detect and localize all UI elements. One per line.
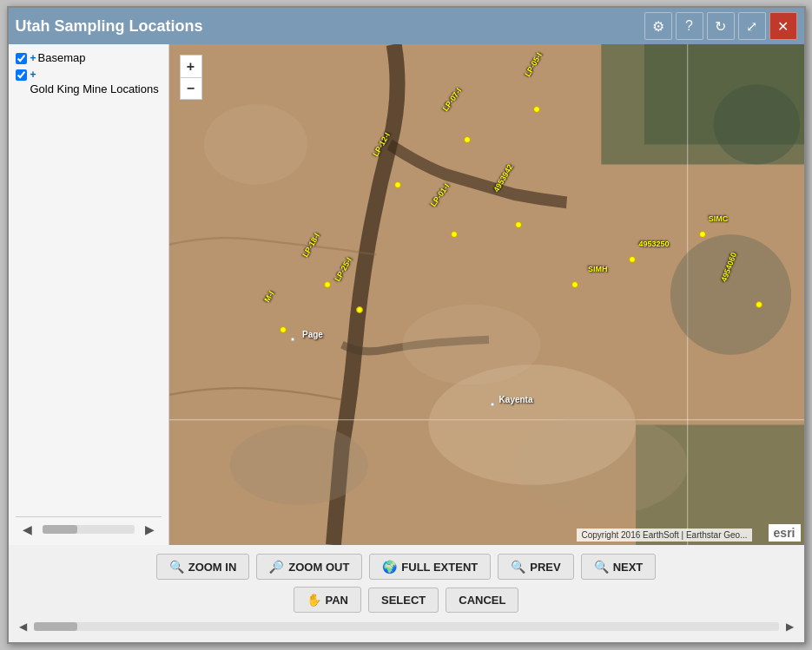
cancel-button[interactable]: CANCEL [446, 588, 518, 613]
zoom-in-map-button[interactable]: + [180, 55, 202, 77]
marker-lp05 [533, 106, 540, 113]
svg-point-8 [229, 425, 367, 505]
button-row-2: ✋ PAN SELECT CANCEL [294, 587, 519, 613]
sidebar-scroll-right[interactable]: ▶ [138, 521, 162, 538]
pan-label: PAN [326, 594, 348, 607]
basemap-checkbox[interactable] [16, 53, 27, 64]
marker-4953942 [515, 221, 522, 228]
refresh-button[interactable]: ↻ [707, 12, 735, 40]
marker-simh [571, 281, 578, 288]
bottom-scroll-right[interactable]: ▶ [782, 620, 797, 634]
prev-icon: 🔍 [511, 560, 525, 574]
zoom-in-label: ZOOM IN [188, 561, 237, 574]
cancel-label: CANCEL [459, 594, 505, 607]
marker-m1 [280, 326, 287, 333]
help-button[interactable]: ? [676, 12, 703, 40]
pan-icon: ✋ [307, 593, 321, 607]
marker-lp25 [356, 306, 363, 313]
button-row-1: 🔍 ZOOM IN 🔍 ZOOM OUT 🌍 FULL EXTENT 🔍 PRE… [156, 554, 657, 580]
zoom-out-button[interactable]: 🔍 ZOOM OUT [256, 554, 362, 580]
close-button[interactable]: ✕ [769, 12, 797, 40]
place-dot-kayenta [491, 403, 495, 407]
bottom-scrollbar-track [34, 622, 779, 631]
window-title: Utah Sampling Locations [16, 17, 203, 36]
select-button[interactable]: SELECT [368, 588, 439, 613]
sidebar-scrollbar-track [43, 525, 135, 534]
marker-lp01 [451, 231, 458, 238]
prev-button[interactable]: 🔍 PREV [498, 554, 573, 580]
zoom-out-icon: 🔍 [269, 560, 284, 574]
prev-label: PREV [530, 561, 560, 574]
zoom-out-map-button[interactable]: − [180, 77, 202, 100]
pan-button[interactable]: ✋ PAN [294, 587, 361, 613]
marker-lp18 [324, 281, 331, 288]
sidebar-item-basemap: + Basemap [16, 51, 162, 64]
marker-lp07 [464, 136, 471, 143]
svg-point-11 [428, 364, 636, 484]
expand-button[interactable]: ⤢ [738, 12, 766, 40]
next-label: NEXT [613, 561, 644, 574]
basemap-expand-icon[interactable]: + [30, 52, 36, 64]
esri-logo: esri [769, 524, 801, 542]
zoom-out-label: ZOOM OUT [288, 561, 349, 574]
svg-point-10 [713, 84, 799, 164]
full-extent-icon: 🌍 [382, 560, 397, 574]
place-label-page: Page [302, 330, 323, 339]
bottom-scroll-left[interactable]: ◀ [16, 620, 30, 634]
zoom-in-button[interactable]: 🔍 ZOOM IN [156, 554, 250, 580]
map-area[interactable]: + − LP-05-I LP-07-I LP-12-I LP-01-I 4953… [169, 44, 804, 545]
sidebar-scrollbar-thumb[interactable] [43, 525, 77, 534]
next-button[interactable]: 🔍 NEXT [581, 554, 657, 580]
label-4953250: 4953250 [638, 240, 669, 248]
place-dot-page [291, 338, 295, 342]
sidebar-scroll-bar: ◀ ▶ [16, 516, 162, 538]
svg-point-12 [203, 104, 307, 184]
bottom-scroll-row: ◀ ▶ [9, 620, 804, 634]
full-extent-button[interactable]: 🌍 FULL EXTENT [369, 554, 491, 580]
content-area: + Basemap + Gold King Mine Locations ◀ ▶ [9, 44, 804, 545]
sidebar-scroll-left[interactable]: ◀ [16, 521, 39, 538]
label-simh: SIMH [588, 265, 608, 273]
sidebar-item-goldking: + Gold King Mine Locations [16, 68, 162, 95]
label-simc: SIMC [709, 214, 729, 223]
marker-lp12 [394, 181, 401, 188]
titlebar-controls: ⚙ ? ↻ ⤢ ✕ [644, 12, 797, 40]
marker-simc [699, 231, 706, 238]
goldking-expand-icon[interactable]: + [30, 69, 36, 81]
bottom-toolbar: 🔍 ZOOM IN 🔍 ZOOM OUT 🌍 FULL EXTENT 🔍 PRE… [9, 545, 804, 642]
basemap-label: Basemap [38, 51, 86, 64]
zoom-in-icon: 🔍 [169, 560, 184, 574]
main-window: Utah Sampling Locations ⚙ ? ↻ ⤢ ✕ + Base… [7, 6, 806, 644]
settings-button[interactable]: ⚙ [644, 12, 672, 40]
sidebar: + Basemap + Gold King Mine Locations ◀ ▶ [9, 44, 169, 545]
next-icon: 🔍 [594, 560, 609, 574]
map-zoom-controls: + − [180, 55, 202, 100]
goldking-checkbox[interactable] [16, 69, 27, 81]
marker-4954060 [756, 301, 762, 308]
goldking-label: Gold King Mine Locations [30, 82, 159, 95]
bottom-scrollbar-thumb[interactable] [34, 622, 77, 631]
titlebar: Utah Sampling Locations ⚙ ? ↻ ⤢ ✕ [9, 8, 804, 44]
marker-4953250 [629, 256, 636, 263]
full-extent-label: FULL EXTENT [401, 561, 478, 574]
select-label: SELECT [381, 594, 426, 607]
place-label-kayenta: Kayenta [499, 395, 533, 404]
map-copyright: Copyright 2016 EarthSoft | Earthstar Geo… [577, 529, 751, 542]
